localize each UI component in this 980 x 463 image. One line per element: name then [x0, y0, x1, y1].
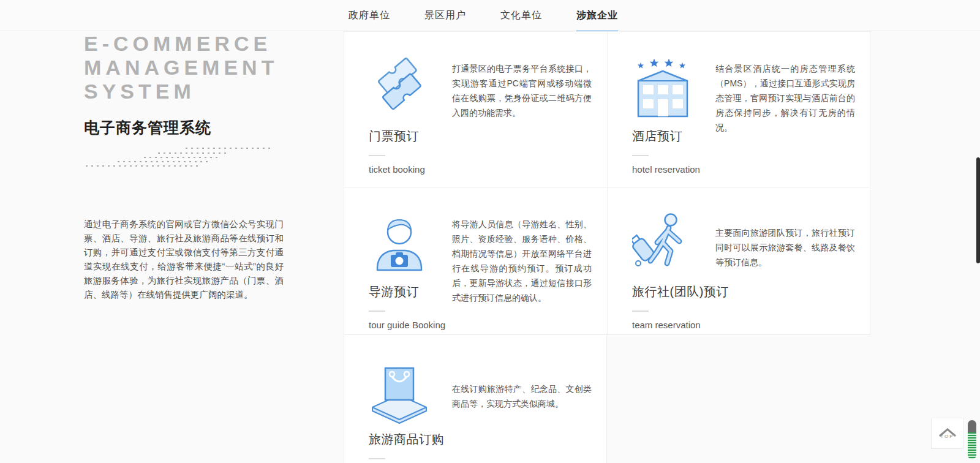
tab-tourism-enterprise[interactable]: 涉旅企业 [559, 0, 635, 31]
back-to-top-label: TOP [940, 434, 954, 439]
empty-grid-cell [607, 335, 870, 463]
scroll-progress-widget-stripes [968, 432, 976, 459]
top-tab-bar: 政府单位 景区用户 文化单位 涉旅企业 [0, 0, 980, 31]
tour-guide-icon [369, 212, 430, 277]
card-description: 结合景区酒店统一的房态管理系统（PMS），通过接口互通形式实现房态管理，官网预订… [715, 61, 855, 135]
card-subtitle: team reservation [632, 320, 853, 330]
card-subtitle: ticket booking [369, 164, 590, 175]
dot-row [84, 165, 199, 167]
card-team-reservation: 主要面向旅游团队预订，旅行社预订同时可以展示旅游套餐、线路及餐饮等预订信息。 旅… [607, 187, 870, 335]
card-title: 旅行社(团队)预订 [632, 284, 853, 300]
tab-group: 政府单位 景区用户 文化单位 涉旅企业 [331, 0, 635, 31]
card-subtitle: hotel reservation [632, 164, 853, 175]
card-divider [632, 311, 649, 312]
tab-government-unit[interactable]: 政府单位 [331, 0, 407, 31]
page-title-en-line3: SYSTEM [84, 80, 286, 104]
dots-decoration [84, 146, 274, 170]
card-divider [369, 311, 385, 312]
system-description: 通过电子商务系统的官网或官方微信公众号实现门票、酒店、导游、旅行社及旅游商品等在… [84, 217, 284, 302]
dot-row [142, 156, 221, 159]
scrollbar-thumb[interactable] [976, 157, 980, 263]
traveler-icon [632, 212, 693, 277]
card-divider [632, 155, 649, 156]
dot-row [116, 160, 208, 163]
dot-row [184, 147, 271, 149]
card-ticket-booking: 打通景区的电子票务平台系统接口，实现游客通过PC端官网或移动端微信在线购票，凭身… [344, 31, 607, 187]
card-description: 主要面向旅游团队预订，旅行社预订同时可以展示旅游套餐、线路及餐饮等预订信息。 [715, 225, 855, 269]
dot-row [156, 152, 230, 154]
intro-panel: E-COMMERCE MANAGEMENT SYSTEM 电子商务管理系统 通过… [84, 32, 286, 170]
card-divider [369, 458, 385, 459]
page-title-zh: 电子商务管理系统 [84, 118, 286, 138]
tab-scenic-area-user[interactable]: 景区用户 [407, 0, 483, 31]
tab-cultural-unit[interactable]: 文化单位 [483, 0, 559, 31]
cards-panel: 打通景区的电子票务平台系统接口，实现游客通过PC端官网或移动端微信在线购票，凭身… [344, 31, 870, 463]
card-tour-guide-booking: 将导游人员信息（导游姓名、性别、照片、资质经验、服务语种、价格、档期情况等信息）… [344, 187, 607, 335]
card-subtitle: tour guide Booking [369, 320, 590, 330]
card-hotel-reservation: 结合景区酒店统一的房态管理系统（PMS），通过接口互通形式实现房态管理，官网预订… [607, 31, 870, 187]
card-description: 打通景区的电子票务平台系统接口，实现游客通过PC端官网或移动端微信在线购票，凭身… [452, 61, 592, 120]
ticket-icon [369, 56, 430, 122]
shopping-bag-icon [369, 359, 430, 425]
card-title: 旅游商品订购 [369, 431, 589, 448]
card-description: 将导游人员信息（导游姓名、性别、照片、资质经验、服务语种、价格、档期情况等信息）… [452, 217, 592, 305]
scroll-progress-widget[interactable] [968, 420, 976, 459]
back-to-top-button[interactable]: TOP [931, 418, 963, 449]
card-title: 门票预订 [369, 128, 590, 145]
page-title-en-line2: MANAGEMENT [84, 56, 286, 80]
card-divider [369, 155, 385, 156]
hotel-icon [632, 56, 693, 122]
page-title-en-line1: E-COMMERCE [84, 32, 286, 56]
card-travel-goods-ordering: 在线订购旅游特产、纪念品、文创类商品等，实现方式类似商城。 旅游商品订购 [344, 335, 607, 463]
page-title-en: E-COMMERCE MANAGEMENT SYSTEM [84, 32, 286, 104]
scroll-progress-widget-cap [968, 420, 976, 432]
card-description: 在线订购旅游特产、纪念品、文创类商品等，实现方式类似商城。 [452, 382, 592, 411]
